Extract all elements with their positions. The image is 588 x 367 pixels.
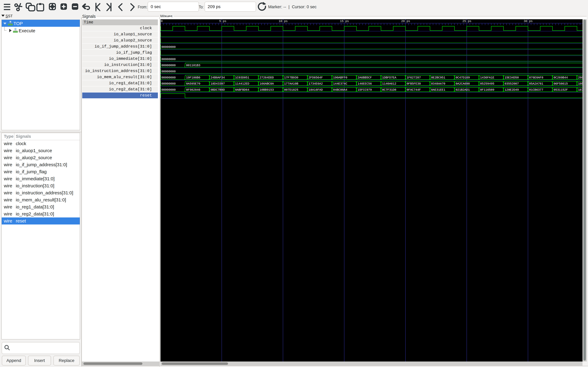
svg-text:128E2D49: 128E2D49	[505, 88, 519, 92]
svg-text:10BB9153: 10BB9153	[259, 88, 274, 92]
svg-text:190ABFF0: 190ABFF0	[333, 76, 347, 79]
svg-text:0FAC744F: 0FAC744F	[406, 88, 421, 92]
svg-text:25: 25	[462, 19, 466, 23]
svg-text:03552007: 03552007	[505, 82, 519, 85]
svg-text:15: 15	[340, 19, 344, 23]
svg-text:00000000: 00000000	[161, 82, 176, 85]
svg-text:05259495: 05259495	[480, 82, 494, 85]
svg-text:2FD6564F: 2FD6564F	[309, 76, 323, 79]
svg-text:15E34D50: 15E34D50	[505, 76, 519, 79]
svg-text:0348AA70: 0348AA70	[431, 82, 445, 85]
svg-text:00000000: 00000000	[161, 45, 176, 49]
svg-text:0C47D169: 0C47D169	[456, 76, 470, 79]
svg-text:26C4A2B1: 26C4A2B1	[578, 76, 582, 79]
svg-text:144E374C: 144E374C	[333, 82, 347, 85]
svg-text:01CB6377: 01CB6377	[529, 88, 543, 92]
svg-text:17F7B930: 17F7B930	[284, 76, 298, 79]
svg-text:177AA10B: 177AA10B	[284, 82, 298, 85]
svg-text:5: 5	[219, 19, 221, 23]
svg-text:0ABFBD64: 0ABFBD64	[235, 88, 249, 92]
svg-text:05A2A781: 05A2A781	[529, 82, 543, 85]
svg-text:0AE31EE1: 0AE31EE1	[431, 88, 445, 92]
svg-text:001101B3: 001101B3	[186, 64, 200, 67]
svg-text:114412ED: 114412ED	[235, 82, 249, 85]
svg-text:0E2BC951: 0E2BC951	[431, 76, 445, 79]
svg-text:0A595E70: 0A595E70	[186, 82, 200, 85]
svg-text:167D8A21: 167D8A21	[578, 88, 582, 92]
svg-text:1734E6A2: 1734E6A2	[309, 82, 323, 85]
svg-text:007D1825: 007D1825	[284, 88, 298, 92]
svg-text:1DBFD7EA: 1DBFD7EA	[382, 76, 396, 79]
svg-text:021B2AD1: 021B2AD1	[456, 88, 470, 92]
svg-text:06F58615: 06F58615	[553, 82, 568, 85]
svg-text:18A16FAD: 18A16FAD	[309, 88, 323, 92]
svg-text:0BDC7B9D: 0BDC7B9D	[211, 88, 225, 92]
svg-text:0531152F: 0531152F	[553, 88, 568, 92]
svg-text:105B3C77: 105B3C77	[578, 82, 582, 85]
svg-text:24B0AF34: 24B0AF34	[211, 76, 225, 79]
svg-text:0F116589: 0F116589	[480, 88, 494, 92]
svg-text:00000000: 00000000	[161, 76, 176, 79]
svg-text:27264DDD: 27264DDD	[259, 76, 274, 79]
svg-text:166ABC8A: 166ABC8A	[259, 82, 274, 85]
svg-text:ps: ps	[529, 19, 533, 23]
svg-text:0F982846: 0F982846	[186, 88, 200, 92]
svg-text:30: 30	[524, 19, 527, 23]
svg-text:20: 20	[401, 19, 405, 23]
svg-text:00000000: 00000000	[161, 58, 176, 61]
svg-text:0C269B44: 0C269B44	[553, 76, 568, 79]
svg-text:1140A612: 1140A612	[382, 82, 396, 85]
svg-text:ps: ps	[468, 19, 471, 23]
svg-text:1436FA1E: 1436FA1E	[480, 76, 494, 79]
svg-text:0FB5FE38: 0FB5FE38	[406, 82, 421, 85]
svg-text:1C03D051: 1C03D051	[235, 76, 249, 79]
svg-text:076E0AF8: 076E0AF8	[529, 76, 543, 79]
svg-text:0: 0	[161, 19, 163, 23]
svg-text:0A2CA698: 0A2CA698	[456, 82, 470, 85]
svg-text:18D43397: 18D43397	[211, 82, 225, 85]
svg-text:04BC88A4: 04BC88A4	[333, 88, 347, 92]
svg-text:1F627287: 1F627287	[406, 76, 421, 79]
svg-text:0C7F31D8: 0C7F31D8	[382, 88, 396, 92]
svg-text:ps: ps	[223, 19, 226, 23]
svg-text:2A6BB5CF: 2A6BB5CF	[358, 76, 372, 79]
svg-text:19F186B6: 19F186B6	[186, 76, 200, 79]
svg-text:00000000: 00000000	[161, 88, 176, 92]
svg-text:00000000: 00000000	[161, 70, 176, 73]
svg-text:10: 10	[279, 19, 282, 23]
svg-text:146EEC56: 146EEC56	[358, 82, 372, 85]
svg-text:ps: ps	[345, 19, 349, 23]
svg-text:ps: ps	[284, 19, 288, 23]
svg-text:ps: ps	[406, 19, 410, 23]
svg-text:00000000: 00000000	[161, 64, 176, 67]
svg-text:15FCC979: 15FCC979	[358, 88, 372, 92]
